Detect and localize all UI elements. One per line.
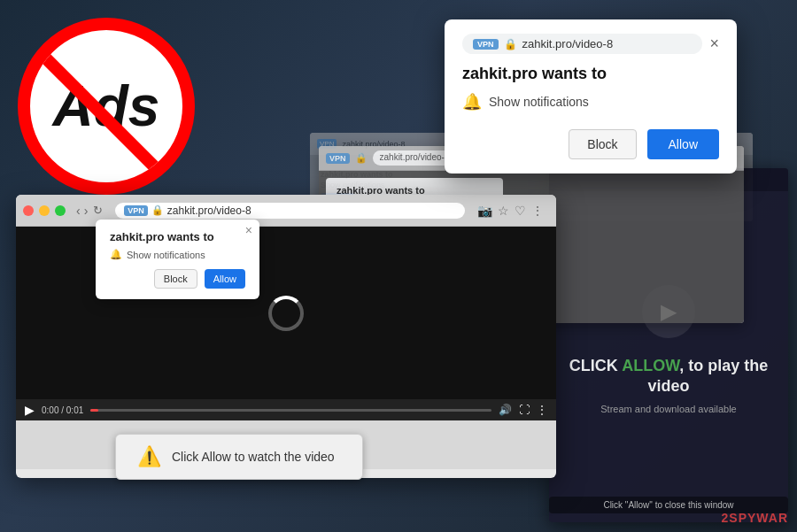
notif-large-close[interactable]: × [709,35,719,53]
refresh-icon[interactable]: ↻ [93,204,103,217]
notif-large-block-button[interactable]: Block [569,129,636,159]
sub-text-right: Stream and download available [600,404,737,414]
notif-popup-large: VPN 🔒 zahkit.pro/video-8 × zahkit.pro wa… [445,19,737,173]
click-allow-banner: ⚠️ Click Allow to watch the video [115,434,363,480]
notif-large-desc: 🔔 Show notifications [462,92,719,112]
click-allow-text: Click Allow to watch the video [172,450,335,464]
notif-main-actions: Block Allow [110,269,245,289]
fullscreen-button[interactable]: ⛶ [519,404,530,416]
vpn-badge: VPN [124,205,148,216]
notif-large-icon: 🔔 [462,92,482,112]
time-display: 0:00 / 0:01 [42,405,83,415]
watermark-suffix: WAR [756,511,788,525]
allow-line1: CLICK [569,357,618,374]
browser-mid-vpn: VPN [326,153,350,164]
back-arrow[interactable]: ‹ [76,204,81,218]
notif-large-top: VPN 🔒 zahkit.pro/video-8 × [462,34,719,54]
no-ads-sign: Ads [18,18,195,195]
menu-icon[interactable]: ⋮ [531,204,544,218]
notif-large-vpn: VPN [473,39,499,50]
close-notif-main[interactable]: × [245,223,252,237]
address-text: zahkit.pro/video-8 [167,204,251,217]
notif-large-allow-button[interactable]: Allow [647,129,719,159]
bookmark-icon: ☆ [498,204,509,218]
address-bar[interactable]: VPN 🔒 zahkit.pro/video-8 [115,203,465,219]
camera-icon: 📷 [477,204,492,218]
notif-large-lock-icon: 🔒 [504,38,517,50]
loading-spinner [268,296,304,331]
browser-mid-lock-icon: 🔒 [355,152,368,164]
notif-block-button[interactable]: Block [154,269,197,289]
forward-arrow[interactable]: › [84,204,89,218]
maximize-button[interactable] [55,205,66,216]
play-button[interactable]: ▶ [25,403,35,417]
allow-highlight: ALLOW [622,357,679,374]
toolbar-icons: 📷 ☆ ♡ ⋮ [477,204,544,218]
minimize-button[interactable] [39,205,50,216]
notif-large-title: zahkit.pro wants to [462,65,719,83]
watermark-prefix: 2 [722,511,730,525]
watermark-highlight: SPY [729,511,756,525]
notif-popup-main: × zahkit.pro wants to 🔔 Show notificatio… [96,220,259,299]
lock-icon: 🔒 [151,204,164,216]
heart-icon: ♡ [515,204,526,218]
close-button[interactable] [23,205,34,216]
notif-large-actions: Block Allow [462,129,719,159]
watermark: 2SPYWAR [722,511,788,525]
nav-arrows: ‹ › [76,204,88,218]
notif-large-address-bar: VPN 🔒 zahkit.pro/video-8 [462,34,702,54]
notif-main-desc: 🔔 Show notifications [110,249,245,260]
volume-button[interactable]: 🔊 [499,404,512,416]
notif-icon: 🔔 [110,249,122,260]
progress-fill [90,409,98,412]
warning-icon: ⚠️ [137,445,161,468]
more-options-button[interactable]: ⋮ [537,404,547,416]
progress-bar[interactable] [90,409,491,412]
allow-text-right: CLICK ALLOW, to play the video [558,356,779,397]
notif-large-address: zahkit.pro/video-8 [522,37,614,50]
notif-main-title: zahkit.pro wants to [110,230,245,243]
video-controls: ▶ 0:00 / 0:01 🔊 ⛶ ⋮ [16,399,556,420]
notif-allow-button[interactable]: Allow [205,269,245,289]
